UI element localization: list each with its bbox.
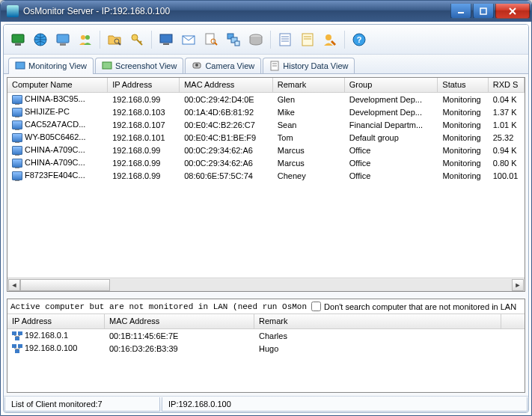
column-header[interactable]: Status: [438, 78, 488, 92]
tab-history-data-view[interactable]: History Data View: [263, 58, 355, 73]
cell-mac: 00:0C:29:34:62:A6: [180, 158, 273, 168]
key-button[interactable]: [127, 30, 147, 49]
grid-body: CHINA-B3C95...192.168.0.9900:0C:29:42:D4…: [7, 93, 525, 278]
unmonitored-message: Active computer but are not monitored in…: [10, 302, 307, 311]
cell-computer-name: WY-B05C6462...: [7, 132, 108, 143]
cell-remark: Hugo: [254, 343, 501, 354]
computer-grid: Computer NameIP AddressMAC AddressRemark…: [7, 78, 525, 291]
svg-line-44: [14, 335, 17, 337]
cell-status: Monitoring: [438, 132, 488, 143]
column-header[interactable]: MAC Address: [180, 78, 273, 92]
table-row[interactable]: CAC52A7ACD...192.168.0.10700:E0:4C:B2:26…: [7, 118, 525, 131]
folder-search-icon: [107, 32, 122, 47]
page-search-button[interactable]: [201, 30, 221, 49]
cell-group: Office: [345, 171, 438, 181]
help-icon: ?: [352, 32, 367, 47]
computer-icon: [12, 108, 22, 117]
svg-rect-22: [235, 41, 239, 46]
tab-monitoring-view[interactable]: Monitoring View: [8, 58, 94, 74]
display-button[interactable]: [53, 30, 73, 49]
toolbar-separator: [100, 31, 100, 49]
toolbar-separator: [151, 31, 152, 49]
cell-mac: 00:0C:29:34:62:A6: [180, 145, 273, 156]
windows-button[interactable]: [224, 30, 243, 49]
column-header[interactable]: IP Address: [7, 314, 105, 328]
note-button[interactable]: [298, 30, 317, 49]
scroll-right-button[interactable]: ►: [512, 279, 524, 291]
column-header[interactable]: RXD S: [489, 78, 525, 92]
scroll-track[interactable]: [20, 279, 512, 291]
grid-header: Computer NameIP AddressMAC AddressRemark…: [7, 78, 525, 93]
cell-group: Development Dep...: [345, 94, 438, 105]
content-area: ? Monitoring ViewScreenshot ViewCamera V…: [3, 24, 529, 413]
svg-line-45: [17, 335, 20, 337]
table-row[interactable]: SHIJIZE-PC192.168.0.10300:1A:4D:6B:81:92…: [7, 105, 525, 118]
toolbar: ?: [4, 25, 528, 55]
tab-icon: [102, 61, 112, 71]
maximize-button[interactable]: [473, 4, 494, 19]
table-row[interactable]: CHINA-B3C95...192.168.0.9900:0C:29:42:D4…: [7, 93, 525, 105]
toolbar-separator: [270, 31, 271, 49]
cell-group: Financial Departm...: [345, 120, 438, 130]
svg-rect-5: [15, 43, 21, 46]
column-header[interactable]: MAC Address: [105, 314, 254, 328]
cell-mac: 08:60:6E:57:5C:74: [180, 171, 273, 181]
cell-rxd: 25.32: [489, 132, 525, 143]
scroll-left-button[interactable]: ◄: [8, 279, 20, 291]
scroll-thumb[interactable]: [20, 279, 110, 291]
cell-computer-name: F8723FE404C...: [7, 170, 108, 181]
table-row[interactable]: CHINA-A709C...192.168.0.9900:0C:29:34:62…: [7, 144, 525, 156]
tab-screenshot-view[interactable]: Screenshot View: [95, 58, 183, 73]
computer-icon: [12, 159, 22, 168]
column-header[interactable]: Remark: [254, 314, 501, 328]
table-row[interactable]: 192.168.0.100:1B:11:45:6E:7ECharles: [7, 329, 525, 342]
svg-rect-28: [302, 34, 313, 46]
user-edit-button[interactable]: [320, 30, 340, 49]
dont-search-checkbox[interactable]: [311, 302, 321, 311]
mail-button[interactable]: [179, 30, 198, 49]
folder-search-button[interactable]: [105, 30, 124, 49]
column-header[interactable]: Group: [345, 78, 438, 92]
table-row[interactable]: WY-B05C6462...192.168.0.10100:E0:4C:B1:B…: [7, 131, 525, 144]
column-header[interactable]: IP Address: [108, 78, 180, 92]
cell-remark: Marcus: [273, 158, 345, 168]
cell-rxd: 0.04 K: [489, 94, 525, 105]
screen-button[interactable]: [156, 30, 176, 49]
tabstrip: Monitoring ViewScreenshot ViewCamera Vie…: [4, 55, 528, 74]
cell-status: Monitoring: [438, 171, 488, 181]
cell-ip: 192.168.0.99: [108, 158, 180, 168]
users-button[interactable]: [76, 30, 95, 49]
form-button[interactable]: [275, 30, 295, 49]
svg-rect-35: [103, 62, 111, 69]
horizontal-scrollbar[interactable]: ◄ ►: [7, 278, 525, 291]
cell-computer-name: CHINA-A709C...: [7, 157, 108, 168]
titlebar[interactable]: OsMonitor Server - IP:192.168.0.100: [1, 1, 531, 22]
dont-search-checkbox-label[interactable]: Don't search computer that are not monit…: [311, 302, 516, 311]
help-button[interactable]: ?: [349, 30, 369, 49]
tab-icon: [15, 61, 25, 71]
table-row[interactable]: F8723FE404C...192.168.0.9908:60:6E:57:5C…: [7, 169, 525, 182]
disk-button[interactable]: [246, 30, 266, 49]
cell-computer-name: CHINA-B3C95...: [7, 94, 108, 105]
globe-button[interactable]: [31, 30, 50, 49]
table-row[interactable]: CHINA-A709C...192.168.0.9900:0C:29:34:62…: [7, 156, 525, 169]
table-row[interactable]: 192.168.0.10000:16:D3:26:B3:39Hugo: [7, 342, 525, 355]
cell-status: Monitoring: [438, 107, 488, 117]
column-header[interactable]: Computer Name: [7, 78, 108, 92]
disk-icon: [248, 32, 263, 47]
tab-camera-view[interactable]: Camera View: [185, 58, 261, 73]
close-button[interactable]: [495, 4, 530, 19]
minimize-button[interactable]: [450, 4, 471, 19]
monitor-green-button[interactable]: [8, 30, 28, 49]
svg-rect-43: [15, 337, 19, 340]
display-icon: [55, 32, 70, 47]
cell-group: Development Dep...: [345, 107, 438, 117]
cell-ip: 192.168.0.99: [108, 94, 180, 105]
tab-label: Screenshot View: [115, 61, 177, 70]
column-header[interactable]: Remark: [273, 78, 345, 92]
cell-mac: 00:E0:4C:B2:26:C7: [180, 120, 273, 130]
svg-point-13: [132, 34, 138, 40]
tab-icon: [269, 61, 280, 71]
svg-point-37: [195, 64, 198, 67]
form-icon: [278, 32, 293, 47]
